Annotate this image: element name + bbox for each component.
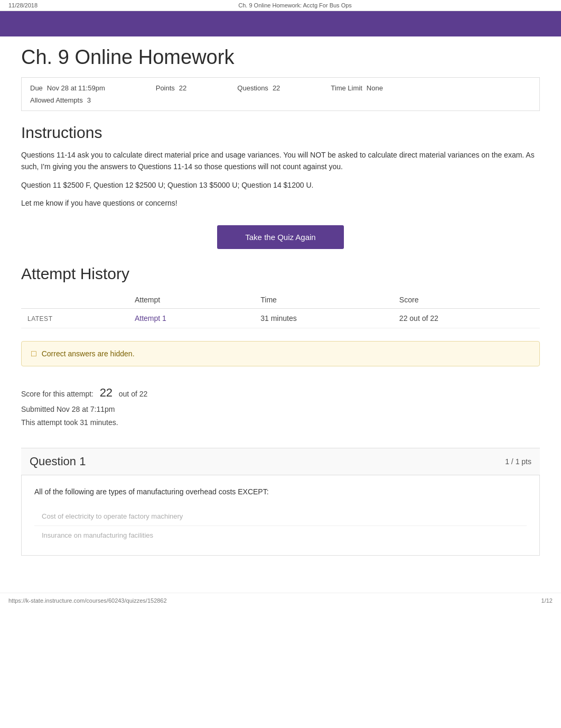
meta-points-value: 22: [179, 84, 186, 92]
submitted-line: Submitted Nov 28 at 7:11pm: [21, 403, 540, 416]
footer-url: https://k-state.instructure.com/courses/…: [8, 597, 167, 604]
score-out-of: out of 22: [119, 390, 148, 398]
meta-points: Points 22: [156, 84, 187, 92]
meta-due-label: Due: [30, 84, 43, 92]
col-header-score: Score: [393, 291, 540, 309]
question-1-pts: 1 / 1 pts: [505, 457, 531, 466]
attempt-score-section: Score for this attempt: 22 out of 22 Sub…: [21, 375, 540, 437]
top-banner: [0, 11, 561, 36]
page-container: Ch. 9 Online Homework Due Nov 28 at 11:5…: [0, 46, 561, 577]
meta-time-limit: Time Limit None: [331, 84, 383, 92]
score-label: Score for this attempt:: [21, 390, 94, 398]
footer-bar: https://k-state.instructure.com/courses/…: [0, 593, 561, 608]
meta-questions-value: 22: [273, 84, 280, 92]
col-header-time: Time: [254, 291, 393, 309]
instructions-title: Instructions: [21, 124, 540, 142]
question-1-header: Question 1 1 / 1 pts: [21, 448, 540, 475]
info-icon: □: [31, 349, 36, 358]
page-title: Ch. 9 Online Homework: [21, 46, 540, 69]
score-line: Score for this attempt: 22 out of 22: [21, 382, 540, 403]
answer-option-1: Cost of electricity to operate factory m…: [34, 507, 527, 526]
answer-option-2: Insurance on manufacturing facilities: [34, 526, 527, 545]
meta-allowed-attempts-value: 3: [87, 96, 91, 104]
footer-page-num: 1/12: [541, 597, 553, 604]
hidden-notice-text: Correct answers are hidden.: [42, 349, 135, 358]
attempt-score: 22 out of 22: [393, 308, 540, 328]
attempt-time: 31 minutes: [254, 308, 393, 328]
meta-due: Due Nov 28 at 11:59pm: [30, 84, 105, 92]
take-quiz-again-button[interactable]: Take the Quiz Again: [217, 225, 344, 249]
table-row: LATEST Attempt 1 31 minutes 22 out of 22: [21, 308, 540, 328]
meta-info-box: Due Nov 28 at 11:59pm Points 22 Question…: [21, 77, 540, 111]
instructions-paragraph1: Questions 11-14 ask you to calculate dir…: [21, 149, 540, 173]
score-number: 22: [100, 386, 113, 399]
latest-badge: LATEST: [27, 315, 52, 322]
meta-allowed-attempts: Allowed Attempts 3: [30, 96, 91, 104]
hidden-answers-notice: □ Correct answers are hidden.: [21, 341, 540, 366]
meta-questions-label: Questions: [237, 84, 268, 92]
browser-tab-title: Ch. 9 Online Homework: Acctg For Bus Ops: [238, 2, 352, 8]
question-1-block: Question 1 1 / 1 pts All of the followin…: [21, 448, 540, 556]
meta-questions: Questions 22: [237, 84, 280, 92]
meta-points-label: Points: [156, 84, 175, 92]
meta-time-limit-value: None: [367, 84, 383, 92]
attempt-history-title: Attempt History: [21, 265, 540, 283]
question-1-label: Question 1: [30, 455, 86, 468]
meta-time-limit-label: Time Limit: [331, 84, 362, 92]
col-header-attempt: Attempt: [128, 291, 254, 309]
col-header-empty: [21, 291, 128, 309]
browser-tab-bar: 11/28/2018 Ch. 9 Online Homework: Acctg …: [0, 0, 561, 11]
question-1-body: All of the following are types of manufa…: [21, 475, 540, 556]
meta-due-value: Nov 28 at 11:59pm: [47, 84, 105, 92]
attempt-history-table: Attempt Time Score LATEST Attempt 1 31 m…: [21, 291, 540, 328]
duration-line: This attempt took 31 minutes.: [21, 416, 540, 429]
instructions-paragraph3: Let me know if you have questions or con…: [21, 197, 540, 209]
attempt-link[interactable]: Attempt 1: [135, 314, 166, 322]
browser-date: 11/28/2018: [8, 2, 38, 8]
instructions-paragraph2: Question 11 $2500 F, Question 12 $2500 U…: [21, 179, 540, 191]
meta-allowed-attempts-label: Allowed Attempts: [30, 96, 83, 104]
question-1-text: All of the following are types of manufa…: [34, 486, 527, 497]
